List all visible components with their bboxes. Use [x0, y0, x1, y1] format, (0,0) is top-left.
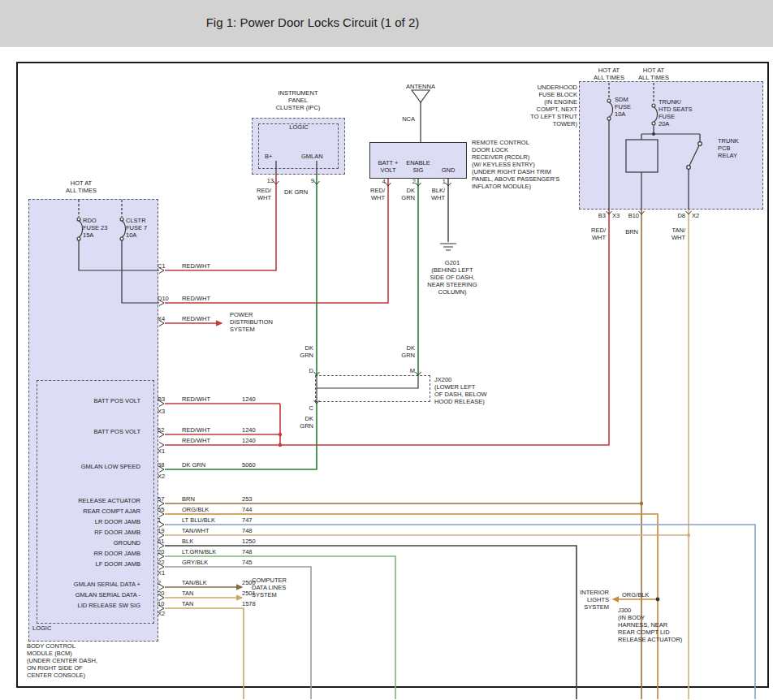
wire-color-label: BRN [182, 495, 195, 503]
bcm-signal-label: REAR COMPT AJAR [42, 508, 140, 515]
bcm-row-13: LID RELEASE SW SIG 10 TAN 1578 [0, 600, 341, 610]
fuse-block-caption: UNDERHOOD FUSE BLOCK (IN ENGINE COMPT, N… [519, 84, 577, 127]
rcdlr-terminal-batt: BATT + VOLT [372, 159, 404, 174]
pin-id: 2 [158, 579, 161, 586]
wire-color-label: RED/WHT [182, 315, 210, 322]
bcm-signal-label: LF DOOR JAMB [42, 560, 140, 568]
jx200-terminal-d: D [304, 367, 313, 374]
bcm-row-7: RF DOOR JAMB 19 TAN/WHT 748 [0, 527, 341, 537]
jx200-wire-m-label: DK GRN [395, 344, 415, 359]
pin-id: 55 [158, 506, 164, 513]
bcm-signal-label: RF DOOR JAMB [42, 529, 140, 536]
rcdlr-wire-4-label: RED/ WHT [362, 187, 385, 201]
fuse-block-pin-d8: D8 [672, 212, 685, 219]
circuit-number: 1240 [242, 395, 256, 403]
figure-title: Fig 1: Power Door Locks Circuit (1 of 2) [0, 15, 625, 29]
ipc-pin-9: 9 [306, 177, 314, 184]
wire-color-label: RED/WHT [182, 437, 210, 444]
pin-id: 38 [158, 461, 164, 469]
jx200-terminal-m: M [406, 367, 415, 374]
circuit-number: 744 [242, 506, 253, 513]
bcm-connector-x2b: X2 [158, 610, 165, 617]
fuse-block-pin-b3: B3 [592, 212, 606, 219]
ipc-terminal-gmlan: GMLAN [301, 153, 323, 160]
rcdlr-wire-2-label: DK GRN [395, 187, 415, 201]
fuse-block-wire-b3-label: RED/ WHT [583, 227, 606, 241]
wire-color-label: GRY/BLK [182, 559, 208, 566]
pin-id: 57 [158, 495, 164, 503]
bcm-signal-label: RR DOOR JAMB [42, 550, 140, 557]
antenna-nca-label: NCA [398, 115, 415, 123]
pin-id: 62 [158, 426, 164, 434]
ipc-pin-13: 13 [263, 177, 274, 184]
trunk-pcb-relay-label: TRUNK PCB RELAY [718, 137, 739, 159]
bcm-row-4: RELEASE ACTUATOR 57 BRN 253 [0, 495, 341, 505]
wire-color-label: BLK [182, 538, 193, 545]
figure-title-bar: Fig 1: Power Door Locks Circuit (1 of 2) [0, 0, 773, 47]
circuit-number: 1240 [242, 437, 256, 444]
bcm-signal-label: RELEASE ACTUATOR [42, 497, 140, 504]
pin-id: 22 [158, 559, 164, 566]
wire-color-label: RED/WHT [182, 295, 210, 302]
rcdlr-pin-2: 2 [407, 178, 416, 185]
bcm-row-3: GMLAN LOW SPEED 38 DK GRN 5060 [0, 461, 341, 471]
bcm-row-2: RED/WHT 1240 [0, 437, 341, 447]
bcm-connector-x1b: X1 [158, 569, 165, 577]
bcm-row-0: BATT POS VOLT B3 RED/WHT 1240 [0, 395, 341, 405]
bcm-row-5: REAR COMPT AJAR 55 ORG/BLK 744 [0, 506, 341, 516]
bcm-signal-label: LR DOOR JAMB [42, 518, 140, 525]
ipc-title: INSTRUMENT PANEL CLUSTER (IPC) [267, 89, 329, 111]
circuit-number: 1250 [242, 538, 256, 545]
bcm-caption: BODY CONTROL MODULE (BCM) (UNDER CENTER … [27, 642, 97, 679]
wire-color-label: LT.GRN/BLK [182, 548, 216, 555]
wire-color-label: RED/WHT [182, 395, 210, 403]
bcm-signal-label: GMLAN SERIAL DATA - [42, 591, 140, 598]
ipc-wire-13-label: RED/ WHT [248, 187, 271, 201]
bcm-row-1: BATT POS VOLT 62 RED/WHT 1240 [0, 426, 341, 436]
fuse-block-wire-b10-label: BRN [619, 228, 638, 235]
bcm-signal-label: BATT POS VOLT [42, 397, 140, 404]
fuse-rdo-label: RDO FUSE 23 15A [83, 217, 107, 239]
bcm-pin-row-x4: X4 RED/WHT [0, 315, 341, 325]
pin-id: X4 [158, 315, 165, 322]
bcm-logic-label: LOGIC [32, 624, 51, 632]
circuit-number: 1578 [242, 600, 256, 607]
wire-color-label: RED/WHT [182, 262, 210, 270]
computer-data-lines-label: COMPUTER DATA LINES SYSTEM [252, 577, 287, 598]
bcm-pin-row-d10: D10 RED/WHT [0, 295, 341, 305]
circuit-number: 747 [242, 516, 253, 524]
rcdlr-wire-1-label: BLK/ WHT [424, 187, 445, 201]
g201-caption: G201 (BEHIND LEFT SIDE OF DASH, NEAR STE… [423, 259, 482, 296]
circuit-number: 745 [242, 559, 253, 566]
bcm-row-9: RR DOOR JAMB 20 LT.GRN/BLK 748 [0, 548, 341, 558]
wire-color-label: TAN/WHT [182, 527, 209, 534]
fuse-block-conn-x3: X3 [612, 212, 620, 219]
rcdlr-caption: REMOTE CONTROL DOOR LOCK RECEIVER (RCDLR… [472, 139, 559, 190]
pin-id: 20 [158, 548, 164, 555]
bcm-row-6: LR DOOR JAMB 1 LT BLU/BLK 747 [0, 516, 341, 526]
bcm-signal-label: BATT POS VOLT [42, 428, 140, 435]
fuse-block-pin-b10: B10 [624, 212, 639, 219]
pin-id: 20 [158, 590, 164, 597]
wire-color-label: TAN/BLK [182, 579, 207, 586]
bcm-signal-label: GMLAN LOW SPEED [42, 463, 140, 470]
circuit-number: 748 [242, 527, 253, 534]
jx200-terminal-c: C [304, 404, 313, 412]
antenna-label: ANTENNA [399, 83, 442, 90]
jx200-wire-c-label: DK GRN [294, 415, 313, 430]
fuse-block-hot-left: HOT AT ALL TIMES [587, 67, 631, 81]
bcm-signal-label: GMLAN SERIAL DATA + [42, 581, 140, 588]
jx200-wire-d-label: DK GRN [294, 344, 313, 359]
bcm-connector-x1: X1 [158, 447, 165, 455]
circuit-number: 5060 [242, 461, 256, 469]
bcm-row-8: GROUND 61 BLK 1250 [0, 538, 341, 547]
wire-color-label: ORG/BLK [182, 506, 209, 513]
pin-id: B3 [158, 395, 165, 403]
ipc-terminal-bplus: B+ [265, 153, 272, 160]
jx200-caption: JX200 (LOWER LEFT OF DASH, BELOW HOOD RE… [434, 376, 487, 405]
bcm-pin-row-c1: C1 RED/WHT [0, 262, 341, 272]
circuit-number: 748 [242, 548, 253, 555]
fuse-clstr-label: CLSTR FUSE 7 10A [126, 217, 147, 239]
wire-color-label: TAN [182, 600, 193, 607]
fuse-block-wire-d8-label: TAN/ WHT [663, 227, 685, 241]
